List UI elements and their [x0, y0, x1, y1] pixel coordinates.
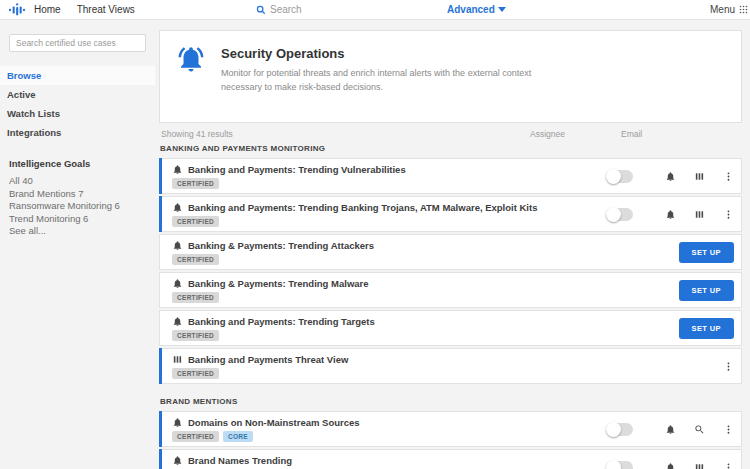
use-case-title: Banking & Payments: Trending Malware [188, 278, 369, 289]
alert-bell-icon[interactable] [665, 209, 676, 220]
use-case-row: Banking & Payments: Trending AttackersCE… [159, 234, 742, 270]
app-menu-button[interactable]: Menu [710, 0, 748, 19]
section-title: BRAND MENTIONS [160, 397, 742, 406]
results-count: Showing 41 results [161, 129, 233, 139]
toggle-knob [606, 422, 621, 437]
alert-bell-icon[interactable] [665, 462, 676, 469]
enable-toggle[interactable] [606, 208, 633, 221]
enable-toggle[interactable] [606, 170, 633, 183]
use-case-sections: BANKING AND PAYMENTS MONITORINGBanking a… [159, 144, 742, 469]
alert-bell-icon[interactable] [665, 171, 676, 182]
main-content: Security Operations Monitor for potentia… [155, 20, 750, 469]
page-description: Monitor for potential threats and enrich… [221, 67, 569, 95]
more-options-icon[interactable] [723, 462, 734, 469]
certified-badge: CERTIFIED [172, 178, 219, 189]
section-title: BANKING AND PAYMENTS MONITORING [160, 144, 742, 153]
page-title: Security Operations [221, 46, 569, 61]
use-case-section: BRAND MENTIONSDomains on Non-Mainstream … [159, 397, 742, 469]
use-case-title: Banking & Payments: Trending Attackers [188, 240, 374, 251]
global-search-input[interactable] [270, 4, 420, 15]
intelligence-goals-list: All 40Brand Mentions 7Ransomware Monitor… [9, 175, 146, 238]
use-case-title: Banking and Payments: Trending Banking T… [188, 202, 537, 213]
bell-icon [172, 278, 183, 289]
bell-icon [172, 164, 183, 175]
more-options-icon[interactable] [723, 361, 734, 372]
more-options-icon[interactable] [723, 171, 734, 182]
grid-menu-icon [739, 5, 748, 14]
alert-bell-icon[interactable] [665, 424, 676, 435]
sidebar: BrowseActiveWatch ListsIntegrations Inte… [0, 20, 155, 469]
enable-toggle[interactable] [606, 461, 633, 469]
search-icon [256, 5, 266, 15]
nav-home[interactable]: Home [34, 4, 61, 15]
sidebar-item-active[interactable]: Active [0, 85, 155, 104]
use-case-row: Banking and Payments: Trending Banking T… [159, 196, 742, 232]
results-header: Showing 41 results Assignee Email [159, 123, 742, 142]
use-case-row: Banking and Payments: Trending TargetsCE… [159, 310, 742, 346]
sidebar-item-integrations[interactable]: Integrations [0, 123, 155, 142]
bell-icon [172, 240, 183, 251]
certified-badge: CERTIFIED [172, 216, 219, 227]
sidebar-item-watch-lists[interactable]: Watch Lists [0, 104, 155, 123]
top-bar: Home Threat Views Advanced Menu [0, 0, 750, 20]
alert-bell-icon [176, 44, 206, 109]
intelligence-goals-header: Intelligence Goals [9, 158, 146, 169]
sidebar-nav: BrowseActiveWatch ListsIntegrations [9, 66, 146, 142]
use-case-row: Banking and Payments Threat ViewCERTIFIE… [159, 348, 742, 384]
use-case-title: Domains on Non-Mainstream Sources [188, 417, 360, 428]
certified-badge: CERTIFIED [172, 368, 219, 379]
use-case-header-card: Security Operations Monitor for potentia… [159, 30, 742, 123]
bell-icon [172, 202, 183, 213]
sidebar-item-browse[interactable]: Browse [0, 66, 155, 85]
search-icon[interactable] [694, 424, 705, 435]
certified-badge: CERTIFIED [172, 330, 219, 341]
global-search [256, 0, 441, 19]
certified-badge: CERTIFIED [172, 431, 219, 442]
use-case-row: Brand Names TrendingCERTIFIEDCORE [159, 449, 742, 469]
goal-link[interactable]: Ransomware Monitoring 6 [9, 200, 146, 213]
use-case-row: Domains on Non-Mainstream SourcesCERTIFI… [159, 411, 742, 447]
threat-view-icon[interactable] [694, 171, 705, 182]
toggle-knob [606, 460, 621, 469]
use-case-title: Banking and Payments: Trending Vulnerabi… [188, 164, 406, 175]
goal-link[interactable]: See all... [9, 225, 146, 238]
certified-badge: CERTIFIED [172, 254, 219, 265]
more-options-icon[interactable] [723, 209, 734, 220]
goal-link[interactable]: Brand Mentions 7 [9, 188, 146, 201]
threat-view-icon[interactable] [694, 209, 705, 220]
threat-view-icon[interactable] [694, 462, 705, 469]
certified-badge: CERTIFIED [172, 292, 219, 303]
bell-icon [172, 455, 183, 466]
use-case-search-input[interactable] [9, 34, 146, 52]
bell-icon [172, 417, 183, 428]
advanced-search-toggle[interactable]: Advanced [447, 0, 506, 19]
threat-view-icon [172, 354, 183, 365]
set-up-button[interactable]: SET UP [679, 280, 735, 301]
set-up-button[interactable]: SET UP [679, 318, 735, 339]
set-up-button[interactable]: SET UP [679, 242, 735, 263]
recorded-future-logo-icon[interactable] [8, 3, 26, 17]
more-options-icon[interactable] [723, 424, 734, 435]
use-case-row: Banking and Payments: Trending Vulnerabi… [159, 158, 742, 194]
column-header-email: Email [621, 129, 642, 139]
toggle-knob [606, 169, 621, 184]
use-case-title: Banking and Payments: Trending Targets [188, 316, 375, 327]
enable-toggle[interactable] [606, 423, 633, 436]
use-case-title: Banking and Payments Threat View [188, 354, 348, 365]
goal-link[interactable]: All 40 [9, 175, 146, 188]
bell-icon [172, 316, 183, 327]
column-header-assignee: Assignee [530, 129, 565, 139]
goal-link[interactable]: Trend Monitoring 6 [9, 213, 146, 226]
core-badge: CORE [223, 431, 253, 442]
use-case-row: Banking & Payments: Trending MalwareCERT… [159, 272, 742, 308]
top-nav: Home Threat Views [34, 4, 135, 15]
nav-threat-views[interactable]: Threat Views [77, 4, 135, 15]
use-case-section: BANKING AND PAYMENTS MONITORINGBanking a… [159, 144, 742, 384]
use-case-title: Brand Names Trending [188, 455, 292, 466]
toggle-knob [606, 207, 621, 222]
chevron-down-icon [498, 7, 506, 12]
